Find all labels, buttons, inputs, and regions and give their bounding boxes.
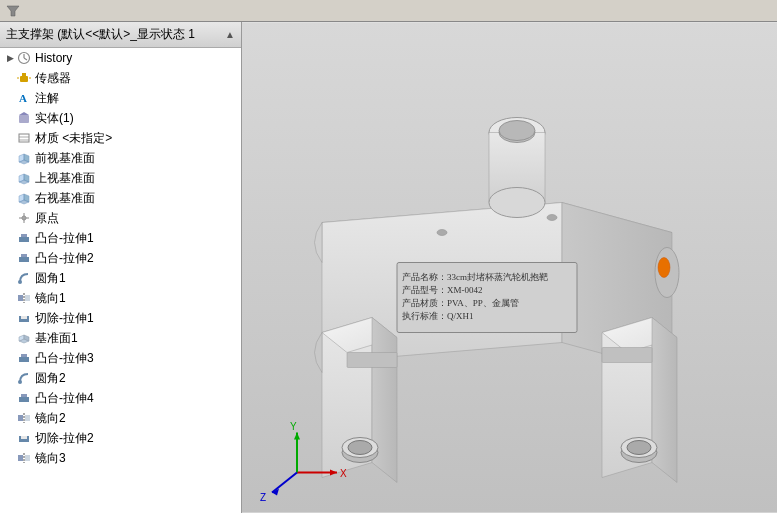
- tree-item-label-note: 注解: [35, 90, 237, 107]
- svg-rect-32: [25, 295, 30, 301]
- expand-icon-note: [4, 90, 16, 106]
- top-plane-icon: [16, 170, 32, 186]
- cut2-icon: [16, 430, 32, 446]
- tree-item-label-fillet1: 圆角1: [35, 270, 237, 287]
- history-icon: [16, 50, 32, 66]
- tree-item-label-mirror2: 镜向2: [35, 410, 237, 427]
- svg-point-80: [437, 230, 447, 236]
- expand-icon-solid: [4, 110, 16, 126]
- tree-item-label-mirror3: 镜向3: [35, 450, 237, 467]
- tree-item-cut2[interactable]: 切除-拉伸2: [0, 428, 241, 448]
- svg-rect-50: [25, 455, 30, 461]
- mirror3-icon: [16, 450, 32, 466]
- tree-item-label-mirror1: 镜向1: [35, 290, 237, 307]
- svg-point-30: [18, 280, 22, 284]
- svg-rect-82: [347, 353, 397, 368]
- mirror1-icon: [16, 290, 32, 306]
- tree-item-material[interactable]: 材质 <未指定>: [0, 128, 241, 148]
- boss4-icon: [16, 390, 32, 406]
- main-area: 主支撑架 (默认<<默认>_显示状态 1 ▲ ▶ History: [0, 22, 777, 513]
- feature-tree[interactable]: ▶ History: [0, 48, 241, 513]
- expand-icon-boss2: [4, 250, 16, 266]
- tree-item-boss4[interactable]: 凸台-拉伸4: [0, 388, 241, 408]
- tree-item-fillet1[interactable]: 圆角1: [0, 268, 241, 288]
- tree-item-label-boss1: 凸台-拉伸1: [35, 230, 237, 247]
- tree-item-right-plane[interactable]: 右视基准面: [0, 188, 241, 208]
- tree-item-label-history: History: [35, 51, 237, 65]
- tree-item-mirror1[interactable]: 镜向1: [0, 288, 241, 308]
- svg-text:产品材质：PVA、PP、金属管: 产品材质：PVA、PP、金属管: [402, 298, 519, 308]
- boss1-icon: [16, 230, 32, 246]
- svg-text:产品型号：XM-0042: 产品型号：XM-0042: [402, 285, 483, 295]
- note-icon: A: [16, 90, 32, 106]
- panel-collapse-arrow[interactable]: ▲: [225, 29, 235, 40]
- svg-rect-83: [602, 348, 652, 363]
- tree-item-mirror2[interactable]: 镜向2: [0, 408, 241, 428]
- expand-icon-right: [4, 190, 16, 206]
- tree-item-label-boss3: 凸台-拉伸3: [35, 350, 237, 367]
- svg-rect-39: [19, 357, 29, 362]
- tree-item-mirror3[interactable]: 镜向3: [0, 448, 241, 468]
- tree-item-label-top: 上视基准面: [35, 170, 237, 187]
- tree-item-history[interactable]: ▶ History: [0, 48, 241, 68]
- filter-icon[interactable]: [4, 2, 22, 20]
- expand-icon-cut2: [4, 430, 16, 446]
- tree-item-label-boss2: 凸台-拉伸2: [35, 250, 237, 267]
- expand-icon-history[interactable]: ▶: [4, 50, 16, 66]
- tree-item-label-fillet2: 圆角2: [35, 370, 237, 387]
- tree-item-solid[interactable]: 实体(1): [0, 108, 241, 128]
- tree-item-fillet2[interactable]: 圆角2: [0, 368, 241, 388]
- 3d-view-area[interactable]: 产品名称：33cm封堵杯蒸汽轮机抱靶 产品型号：XM-0042 产品材质：PVA…: [242, 22, 777, 513]
- tree-item-cut1[interactable]: 切除-拉伸1: [0, 308, 241, 328]
- boss3-icon: [16, 350, 32, 366]
- svg-rect-44: [18, 415, 23, 421]
- tree-item-sensor[interactable]: 传感器: [0, 68, 241, 88]
- panel-header[interactable]: 主支撑架 (默认<<默认>_显示状态 1 ▲: [0, 22, 241, 48]
- toolbar: [0, 0, 777, 22]
- expand-icon-material: [4, 130, 16, 146]
- tree-item-boss1[interactable]: 凸台-拉伸1: [0, 228, 241, 248]
- svg-point-41: [18, 380, 22, 384]
- svg-text:Y: Y: [290, 421, 297, 432]
- expand-icon-front: [4, 150, 16, 166]
- tree-item-boss3[interactable]: 凸台-拉伸3: [0, 348, 241, 368]
- front-plane-icon: [16, 150, 32, 166]
- svg-text:执行标准：Q/XH1: 执行标准：Q/XH1: [402, 311, 474, 321]
- ref1-icon: [16, 330, 32, 346]
- svg-marker-0: [7, 6, 19, 16]
- svg-rect-42: [19, 397, 29, 402]
- expand-icon-mirror2: [4, 410, 16, 426]
- tree-item-label-cut1: 切除-拉伸1: [35, 310, 237, 327]
- tree-item-front-plane[interactable]: 前视基准面: [0, 148, 241, 168]
- expand-icon-fillet1: [4, 270, 16, 286]
- svg-point-70: [489, 188, 545, 218]
- svg-point-81: [547, 215, 557, 221]
- expand-icon-mirror3: [4, 450, 16, 466]
- svg-rect-45: [25, 415, 30, 421]
- tree-item-top-plane[interactable]: 上视基准面: [0, 168, 241, 188]
- tree-item-label-ref1: 基准面1: [35, 330, 237, 347]
- svg-text:产品名称：33cm封堵杯蒸汽轮机抱靶: 产品名称：33cm封堵杯蒸汽轮机抱靶: [402, 272, 548, 282]
- expand-icon-origin: [4, 210, 16, 226]
- svg-text:X: X: [340, 468, 347, 479]
- tree-item-label-origin: 原点: [35, 210, 237, 227]
- svg-point-67: [627, 441, 651, 455]
- panel-title: 主支撑架 (默认<<默认>_显示状态 1: [6, 26, 195, 43]
- tree-item-origin[interactable]: 原点: [0, 208, 241, 228]
- tree-item-label-front: 前视基准面: [35, 150, 237, 167]
- expand-icon-boss3: [4, 350, 16, 366]
- tree-item-label-sensor: 传感器: [35, 70, 237, 87]
- tree-item-label-material: 材质 <未指定>: [35, 130, 237, 147]
- tree-item-note[interactable]: A 注解: [0, 88, 241, 108]
- tree-item-boss2[interactable]: 凸台-拉伸2: [0, 248, 241, 268]
- tree-item-ref1[interactable]: 基准面1: [0, 328, 241, 348]
- sensor-icon: [16, 70, 32, 86]
- svg-text:Z: Z: [260, 492, 266, 503]
- fillet1-icon: [16, 270, 32, 286]
- svg-rect-35: [21, 316, 27, 319]
- svg-rect-29: [21, 254, 27, 257]
- tree-item-label-cut2: 切除-拉伸2: [35, 430, 237, 447]
- svg-rect-4: [20, 76, 28, 82]
- cut1-icon: [16, 310, 32, 326]
- svg-point-72: [499, 121, 535, 141]
